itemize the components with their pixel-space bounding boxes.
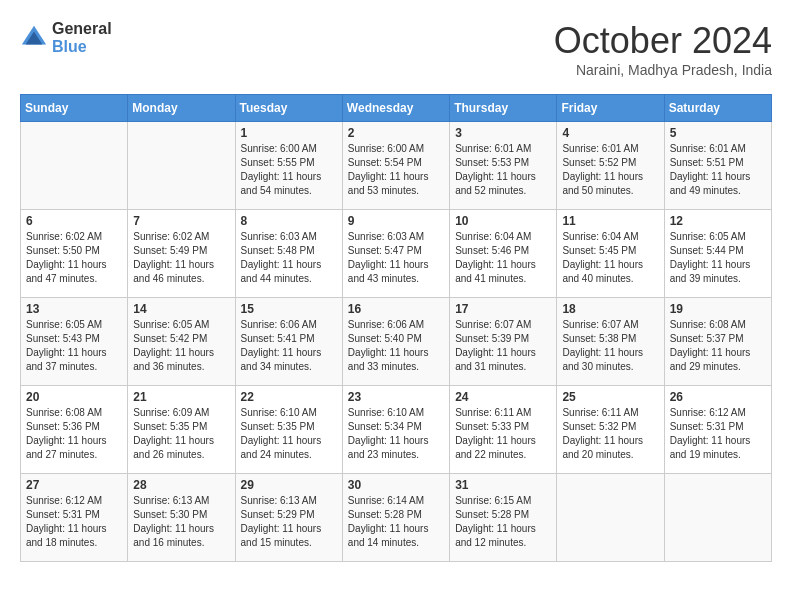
day-info: Sunrise: 6:08 AM Sunset: 5:36 PM Dayligh… (26, 406, 122, 462)
day-info: Sunrise: 6:01 AM Sunset: 5:51 PM Dayligh… (670, 142, 766, 198)
day-info: Sunrise: 6:07 AM Sunset: 5:39 PM Dayligh… (455, 318, 551, 374)
day-number: 26 (670, 390, 766, 404)
logo: General Blue (20, 20, 112, 55)
title-block: October 2024 Naraini, Madhya Pradesh, In… (554, 20, 772, 78)
calendar-week-row: 13Sunrise: 6:05 AM Sunset: 5:43 PM Dayli… (21, 298, 772, 386)
column-header-wednesday: Wednesday (342, 95, 449, 122)
day-number: 27 (26, 478, 122, 492)
calendar-cell: 6Sunrise: 6:02 AM Sunset: 5:50 PM Daylig… (21, 210, 128, 298)
calendar-cell: 19Sunrise: 6:08 AM Sunset: 5:37 PM Dayli… (664, 298, 771, 386)
calendar-cell: 3Sunrise: 6:01 AM Sunset: 5:53 PM Daylig… (450, 122, 557, 210)
day-info: Sunrise: 6:09 AM Sunset: 5:35 PM Dayligh… (133, 406, 229, 462)
calendar-cell: 16Sunrise: 6:06 AM Sunset: 5:40 PM Dayli… (342, 298, 449, 386)
calendar-table: SundayMondayTuesdayWednesdayThursdayFrid… (20, 94, 772, 562)
day-number: 10 (455, 214, 551, 228)
day-info: Sunrise: 6:00 AM Sunset: 5:55 PM Dayligh… (241, 142, 337, 198)
day-info: Sunrise: 6:01 AM Sunset: 5:52 PM Dayligh… (562, 142, 658, 198)
day-info: Sunrise: 6:06 AM Sunset: 5:41 PM Dayligh… (241, 318, 337, 374)
column-header-monday: Monday (128, 95, 235, 122)
day-info: Sunrise: 6:11 AM Sunset: 5:33 PM Dayligh… (455, 406, 551, 462)
calendar-cell: 12Sunrise: 6:05 AM Sunset: 5:44 PM Dayli… (664, 210, 771, 298)
calendar-cell: 27Sunrise: 6:12 AM Sunset: 5:31 PM Dayli… (21, 474, 128, 562)
day-info: Sunrise: 6:02 AM Sunset: 5:50 PM Dayligh… (26, 230, 122, 286)
day-number: 12 (670, 214, 766, 228)
day-number: 13 (26, 302, 122, 316)
day-info: Sunrise: 6:03 AM Sunset: 5:47 PM Dayligh… (348, 230, 444, 286)
day-info: Sunrise: 6:01 AM Sunset: 5:53 PM Dayligh… (455, 142, 551, 198)
day-info: Sunrise: 6:15 AM Sunset: 5:28 PM Dayligh… (455, 494, 551, 550)
location-text: Naraini, Madhya Pradesh, India (554, 62, 772, 78)
column-header-tuesday: Tuesday (235, 95, 342, 122)
calendar-cell: 8Sunrise: 6:03 AM Sunset: 5:48 PM Daylig… (235, 210, 342, 298)
month-title: October 2024 (554, 20, 772, 62)
day-number: 22 (241, 390, 337, 404)
day-number: 5 (670, 126, 766, 140)
calendar-cell (21, 122, 128, 210)
day-info: Sunrise: 6:07 AM Sunset: 5:38 PM Dayligh… (562, 318, 658, 374)
calendar-cell: 4Sunrise: 6:01 AM Sunset: 5:52 PM Daylig… (557, 122, 664, 210)
column-header-friday: Friday (557, 95, 664, 122)
day-number: 25 (562, 390, 658, 404)
day-number: 16 (348, 302, 444, 316)
calendar-cell: 26Sunrise: 6:12 AM Sunset: 5:31 PM Dayli… (664, 386, 771, 474)
calendar-cell (557, 474, 664, 562)
calendar-cell: 30Sunrise: 6:14 AM Sunset: 5:28 PM Dayli… (342, 474, 449, 562)
day-info: Sunrise: 6:00 AM Sunset: 5:54 PM Dayligh… (348, 142, 444, 198)
day-info: Sunrise: 6:12 AM Sunset: 5:31 PM Dayligh… (26, 494, 122, 550)
calendar-cell: 20Sunrise: 6:08 AM Sunset: 5:36 PM Dayli… (21, 386, 128, 474)
day-info: Sunrise: 6:04 AM Sunset: 5:45 PM Dayligh… (562, 230, 658, 286)
day-number: 23 (348, 390, 444, 404)
day-number: 21 (133, 390, 229, 404)
day-number: 1 (241, 126, 337, 140)
calendar-cell: 7Sunrise: 6:02 AM Sunset: 5:49 PM Daylig… (128, 210, 235, 298)
day-number: 19 (670, 302, 766, 316)
day-number: 9 (348, 214, 444, 228)
day-number: 14 (133, 302, 229, 316)
day-number: 3 (455, 126, 551, 140)
calendar-cell: 13Sunrise: 6:05 AM Sunset: 5:43 PM Dayli… (21, 298, 128, 386)
day-number: 7 (133, 214, 229, 228)
calendar-week-row: 27Sunrise: 6:12 AM Sunset: 5:31 PM Dayli… (21, 474, 772, 562)
day-number: 11 (562, 214, 658, 228)
day-number: 8 (241, 214, 337, 228)
logo-icon (20, 24, 48, 52)
calendar-cell: 10Sunrise: 6:04 AM Sunset: 5:46 PM Dayli… (450, 210, 557, 298)
day-info: Sunrise: 6:05 AM Sunset: 5:44 PM Dayligh… (670, 230, 766, 286)
calendar-cell: 2Sunrise: 6:00 AM Sunset: 5:54 PM Daylig… (342, 122, 449, 210)
day-number: 18 (562, 302, 658, 316)
day-info: Sunrise: 6:05 AM Sunset: 5:42 PM Dayligh… (133, 318, 229, 374)
day-info: Sunrise: 6:06 AM Sunset: 5:40 PM Dayligh… (348, 318, 444, 374)
day-number: 6 (26, 214, 122, 228)
day-info: Sunrise: 6:13 AM Sunset: 5:30 PM Dayligh… (133, 494, 229, 550)
calendar-cell: 21Sunrise: 6:09 AM Sunset: 5:35 PM Dayli… (128, 386, 235, 474)
day-info: Sunrise: 6:02 AM Sunset: 5:49 PM Dayligh… (133, 230, 229, 286)
calendar-cell: 23Sunrise: 6:10 AM Sunset: 5:34 PM Dayli… (342, 386, 449, 474)
calendar-cell: 14Sunrise: 6:05 AM Sunset: 5:42 PM Dayli… (128, 298, 235, 386)
calendar-cell: 25Sunrise: 6:11 AM Sunset: 5:32 PM Dayli… (557, 386, 664, 474)
day-info: Sunrise: 6:13 AM Sunset: 5:29 PM Dayligh… (241, 494, 337, 550)
calendar-cell: 17Sunrise: 6:07 AM Sunset: 5:39 PM Dayli… (450, 298, 557, 386)
day-number: 4 (562, 126, 658, 140)
calendar-cell: 24Sunrise: 6:11 AM Sunset: 5:33 PM Dayli… (450, 386, 557, 474)
logo-general-text: General (52, 20, 112, 38)
day-number: 31 (455, 478, 551, 492)
calendar-header-row: SundayMondayTuesdayWednesdayThursdayFrid… (21, 95, 772, 122)
calendar-week-row: 6Sunrise: 6:02 AM Sunset: 5:50 PM Daylig… (21, 210, 772, 298)
calendar-cell: 28Sunrise: 6:13 AM Sunset: 5:30 PM Dayli… (128, 474, 235, 562)
day-info: Sunrise: 6:10 AM Sunset: 5:34 PM Dayligh… (348, 406, 444, 462)
calendar-week-row: 1Sunrise: 6:00 AM Sunset: 5:55 PM Daylig… (21, 122, 772, 210)
day-info: Sunrise: 6:05 AM Sunset: 5:43 PM Dayligh… (26, 318, 122, 374)
day-info: Sunrise: 6:03 AM Sunset: 5:48 PM Dayligh… (241, 230, 337, 286)
calendar-cell: 15Sunrise: 6:06 AM Sunset: 5:41 PM Dayli… (235, 298, 342, 386)
calendar-cell: 1Sunrise: 6:00 AM Sunset: 5:55 PM Daylig… (235, 122, 342, 210)
day-info: Sunrise: 6:14 AM Sunset: 5:28 PM Dayligh… (348, 494, 444, 550)
logo-text: General Blue (52, 20, 112, 55)
day-number: 17 (455, 302, 551, 316)
day-info: Sunrise: 6:08 AM Sunset: 5:37 PM Dayligh… (670, 318, 766, 374)
calendar-cell: 11Sunrise: 6:04 AM Sunset: 5:45 PM Dayli… (557, 210, 664, 298)
page-header: General Blue October 2024 Naraini, Madhy… (20, 20, 772, 78)
day-number: 28 (133, 478, 229, 492)
column-header-saturday: Saturday (664, 95, 771, 122)
day-number: 24 (455, 390, 551, 404)
day-number: 20 (26, 390, 122, 404)
